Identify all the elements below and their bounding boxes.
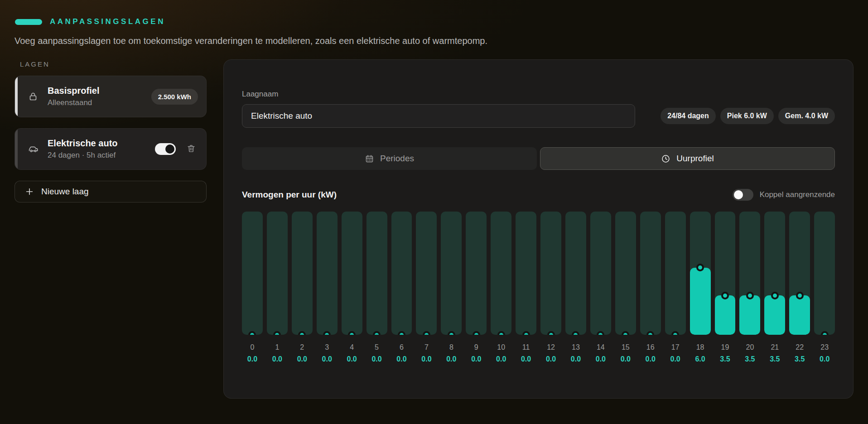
hour-bar-track[interactable] bbox=[516, 212, 536, 335]
hour-bar-handle[interactable] bbox=[373, 331, 381, 335]
hour-column: 140.0 bbox=[590, 212, 611, 363]
hour-bar-handle[interactable] bbox=[473, 331, 480, 335]
hourly-power-chart: 00.010.020.030.040.050.060.070.080.090.0… bbox=[242, 212, 835, 363]
hour-value-label: 0.0 bbox=[516, 355, 536, 363]
hour-bar-track[interactable] bbox=[615, 212, 636, 335]
tab-label: Periodes bbox=[380, 154, 414, 164]
hour-bar-handle[interactable] bbox=[298, 331, 306, 335]
hour-bar-track[interactable] bbox=[441, 212, 462, 335]
hour-bar-track[interactable] bbox=[789, 212, 810, 335]
hour-bar-track[interactable] bbox=[342, 212, 362, 335]
hour-bar-track[interactable] bbox=[590, 212, 611, 335]
hour-bar-track[interactable] bbox=[391, 212, 412, 335]
hour-tick-label: 14 bbox=[590, 343, 611, 352]
delete-layer-button[interactable] bbox=[184, 142, 198, 157]
hour-bar-fill bbox=[739, 295, 760, 335]
hour-bar-handle[interactable] bbox=[323, 331, 331, 335]
hour-bar-handle[interactable] bbox=[547, 331, 555, 335]
tab-uurprofiel[interactable]: Uurprofiel bbox=[540, 147, 835, 170]
hour-value-label: 0.0 bbox=[292, 355, 313, 363]
hour-bar-track[interactable] bbox=[764, 212, 785, 335]
hour-bar-fill bbox=[690, 268, 711, 335]
hour-value-label: 0.0 bbox=[640, 355, 661, 363]
hour-tick-label: 10 bbox=[491, 343, 511, 352]
hour-value-label: 0.0 bbox=[615, 355, 636, 363]
hour-bar-track[interactable] bbox=[665, 212, 686, 335]
hour-bar-track[interactable] bbox=[292, 212, 313, 335]
tab-periodes[interactable]: Periodes bbox=[242, 147, 537, 170]
hour-bar-handle[interactable] bbox=[746, 292, 754, 299]
hour-bar-track[interactable] bbox=[540, 212, 561, 335]
layer-editor-panel: Laagnaam 24/84 dagen Piek 6.0 kW Gem. 4.… bbox=[223, 59, 854, 399]
hour-bar-handle[interactable] bbox=[448, 331, 455, 335]
hour-bar-handle[interactable] bbox=[273, 331, 281, 335]
hour-value-label: 3.5 bbox=[739, 355, 760, 363]
hour-column: 20.0 bbox=[292, 212, 313, 363]
link-adjacent-toggle[interactable] bbox=[733, 189, 753, 201]
hour-bar-handle[interactable] bbox=[771, 292, 779, 299]
hour-tick-label: 11 bbox=[516, 343, 536, 352]
hour-bar-handle[interactable] bbox=[821, 331, 829, 335]
lock-icon bbox=[28, 91, 40, 102]
hour-bar-track[interactable] bbox=[690, 212, 711, 335]
new-layer-button[interactable]: Nieuwe laag bbox=[14, 181, 207, 202]
layer-accent-bar bbox=[15, 76, 18, 117]
link-adjacent-label: Koppel aangrenzende bbox=[760, 190, 835, 199]
hour-tick-label: 0 bbox=[242, 343, 263, 352]
clock-icon bbox=[661, 154, 670, 164]
hour-bar-handle[interactable] bbox=[497, 331, 505, 335]
tab-label: Uurprofiel bbox=[676, 154, 714, 164]
hour-value-label: 0.0 bbox=[665, 355, 686, 363]
hour-bar-track[interactable] bbox=[242, 212, 263, 335]
layer-card-basisprofiel[interactable]: Basisprofiel Alleenstaand 2.500 kWh bbox=[14, 76, 207, 117]
hour-bar-handle[interactable] bbox=[348, 331, 356, 335]
hour-value-label: 0.0 bbox=[540, 355, 561, 363]
hour-column: 160.0 bbox=[640, 212, 661, 363]
hour-bar-track[interactable] bbox=[565, 212, 586, 335]
hour-bar-track[interactable] bbox=[814, 212, 835, 335]
hour-value-label: 0.0 bbox=[342, 355, 362, 363]
hour-bar-handle[interactable] bbox=[796, 292, 804, 299]
hour-bar-handle[interactable] bbox=[572, 331, 579, 335]
layers-sidebar: LAGEN Basisprofiel Alleenstaand 2.500 kW… bbox=[14, 59, 207, 202]
hour-bar-track[interactable] bbox=[491, 212, 511, 335]
hour-column: 213.5 bbox=[764, 212, 785, 363]
hour-bar-handle[interactable] bbox=[721, 292, 729, 299]
hour-bar-handle[interactable] bbox=[248, 331, 256, 335]
hour-bar-track[interactable] bbox=[366, 212, 387, 335]
layer-subtitle: 24 dagen · 5h actief bbox=[48, 151, 147, 160]
layer-name-input[interactable] bbox=[242, 104, 635, 128]
hour-value-label: 0.0 bbox=[491, 355, 511, 363]
layer-subtitle: Alleenstaand bbox=[48, 98, 144, 107]
hour-tick-label: 2 bbox=[292, 343, 313, 352]
hour-bar-handle[interactable] bbox=[646, 331, 654, 335]
hour-bar-track[interactable] bbox=[416, 212, 437, 335]
hour-bar-track[interactable] bbox=[715, 212, 736, 335]
hour-tick-label: 18 bbox=[690, 343, 711, 352]
layer-card-elektrische-auto[interactable]: Elektrische auto 24 dagen · 5h actief bbox=[14, 128, 207, 170]
hour-bar-track[interactable] bbox=[466, 212, 487, 335]
hour-column: 100.0 bbox=[491, 212, 511, 363]
hour-bar-handle[interactable] bbox=[398, 331, 405, 335]
hour-bar-handle[interactable] bbox=[522, 331, 530, 335]
hour-column: 70.0 bbox=[416, 212, 437, 363]
hour-bar-track[interactable] bbox=[267, 212, 288, 335]
layer-name: Elektrische auto bbox=[48, 138, 147, 149]
hour-bar-handle[interactable] bbox=[622, 331, 629, 335]
layer-enabled-toggle[interactable] bbox=[155, 143, 176, 155]
hour-bar-track[interactable] bbox=[640, 212, 661, 335]
peak-stat-badge: Piek 6.0 kW bbox=[720, 108, 774, 124]
hour-column: 10.0 bbox=[267, 212, 288, 363]
hour-bar-fill bbox=[789, 295, 810, 335]
calendar-icon bbox=[365, 154, 374, 164]
hour-tick-label: 12 bbox=[540, 343, 561, 352]
hour-bar-handle[interactable] bbox=[597, 331, 604, 335]
hour-bar-handle[interactable] bbox=[671, 331, 679, 335]
hour-tick-label: 22 bbox=[789, 343, 810, 352]
hour-bar-fill bbox=[764, 295, 785, 335]
hour-bar-track[interactable] bbox=[739, 212, 760, 335]
new-layer-label: Nieuwe laag bbox=[41, 187, 89, 197]
hour-bar-handle[interactable] bbox=[423, 331, 430, 335]
hour-column: 186.0 bbox=[690, 212, 711, 363]
hour-bar-track[interactable] bbox=[317, 212, 338, 335]
